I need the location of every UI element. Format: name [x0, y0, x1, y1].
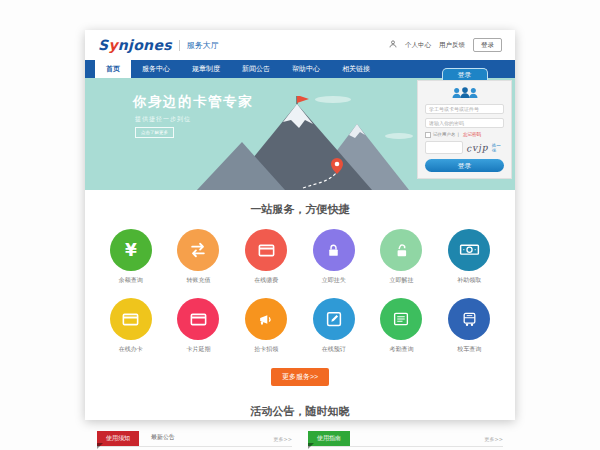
service-label: 校车查询	[435, 345, 503, 354]
mountain-illustration	[197, 96, 409, 190]
more-guides-link[interactable]: 更多>>	[485, 436, 503, 446]
nav-help-center[interactable]: 帮助中心	[281, 60, 331, 78]
nav-related-links[interactable]: 相关链接	[331, 60, 381, 78]
service-school-bus-inquiry[interactable]: 校车查询	[435, 298, 503, 354]
services-section: 一站服务，方便快捷 ¥ 余额查询 转账充值 在线缴费	[85, 190, 515, 396]
guide-panel: 使用指南 更多>>	[308, 431, 503, 447]
hero-subtitle: 提供捷径一步到位	[135, 115, 191, 124]
list-icon	[380, 298, 422, 340]
logo-text: S	[98, 37, 108, 53]
services-grid: ¥ 余额查询 转账充值 在线缴费 立即挂失	[85, 229, 515, 354]
username-input[interactable]	[425, 104, 504, 114]
portal-name: 服务大厅	[179, 40, 219, 51]
announcements-section: 活动公告，随时知晓 使用须知 最新公告 更多>> 使用指南 更多>>	[85, 404, 515, 450]
service-apply-card[interactable]: 在线办卡	[97, 298, 165, 354]
service-label: 立即挂失	[300, 276, 368, 285]
service-label: 转账充值	[165, 276, 233, 285]
service-label: 补助领取	[435, 276, 503, 285]
service-label: 在线预订	[300, 345, 368, 354]
megaphone-icon	[245, 298, 287, 340]
service-report-loss[interactable]: 立即挂失	[300, 229, 368, 285]
remember-checkbox[interactable]	[425, 132, 431, 138]
captcha-refresh-link[interactable]: 换一张	[492, 143, 504, 153]
service-label: 拾卡招领	[232, 345, 300, 354]
users-icon	[425, 85, 504, 100]
password-input[interactable]	[425, 118, 504, 128]
login-panel: 登录 记住用户名 | 忘记密码 cvjp 换一张 登录	[417, 68, 512, 179]
service-label: 立即解挂	[368, 276, 436, 285]
logo-arrow-mark: y	[108, 37, 117, 53]
divider: |	[458, 132, 460, 137]
card-icon	[110, 298, 152, 340]
tab-usage-notice[interactable]: 使用须知	[97, 431, 139, 446]
personal-center-link[interactable]: 个人中心	[405, 41, 431, 50]
nav-rules[interactable]: 规章制度	[181, 60, 231, 78]
forgot-password-link[interactable]: 忘记密码	[463, 132, 481, 137]
service-balance-inquiry[interactable]: ¥ 余额查询	[97, 229, 165, 285]
site-header: Synjones 服务大厅 个人中心 用户反馈 登录	[85, 30, 515, 60]
unlock-icon	[380, 229, 422, 271]
card-icon	[177, 298, 219, 340]
service-transfer-recharge[interactable]: 转账充值	[165, 229, 233, 285]
service-online-booking[interactable]: 在线预订	[300, 298, 368, 354]
announcements-title: 活动公告，随时知晓	[85, 404, 515, 419]
service-unfreeze[interactable]: 立即解挂	[368, 229, 436, 285]
service-label: 在线办卡	[97, 345, 165, 354]
header-login-button[interactable]: 登录	[473, 38, 502, 52]
login-form: 记住用户名 | 忘记密码 cvjp 换一张 登录	[417, 80, 512, 179]
bus-icon	[448, 298, 490, 340]
remember-label: 记住用户名	[433, 132, 456, 137]
hero-cta-button[interactable]: 点击了解更多	[135, 127, 174, 138]
nav-news[interactable]: 新闻公告	[231, 60, 281, 78]
banknote-icon	[448, 229, 490, 271]
tab-usage-guide[interactable]: 使用指南	[308, 431, 350, 446]
header-links: 个人中心 用户反馈 登录	[389, 38, 502, 52]
hero-banner: 你身边的卡管专家 提供捷径一步到位 点击了解更多 登录	[85, 78, 515, 190]
transfer-icon	[177, 229, 219, 271]
service-label: 卡片延期	[165, 345, 233, 354]
yuan-icon: ¥	[110, 229, 152, 271]
service-label: 余额查询	[97, 276, 165, 285]
nav-service-center[interactable]: 服务中心	[131, 60, 181, 78]
service-found-card-claim[interactable]: 拾卡招领	[232, 298, 300, 354]
edit-icon	[313, 298, 355, 340]
more-notices-link[interactable]: 更多>>	[274, 436, 292, 446]
nav-home[interactable]: 首页	[95, 60, 131, 78]
login-tab[interactable]: 登录	[442, 68, 488, 80]
service-attendance-inquiry[interactable]: 考勤查询	[368, 298, 436, 354]
person-icon	[389, 40, 397, 50]
tab-latest-announcements[interactable]: 最新公告	[151, 433, 175, 446]
captcha-input[interactable]	[425, 141, 463, 154]
services-title: 一站服务，方便快捷	[85, 202, 515, 217]
logo-text-rest: njones	[118, 37, 172, 53]
service-label: 考勤查询	[368, 345, 436, 354]
service-card-renewal[interactable]: 卡片延期	[165, 298, 233, 354]
lock-icon	[313, 229, 355, 271]
logo: Synjones	[98, 38, 172, 52]
captcha-image: cvjp	[466, 142, 489, 154]
service-subsidy-collection[interactable]: 补助领取	[435, 229, 503, 285]
service-online-payment[interactable]: 在线缴费	[232, 229, 300, 285]
feedback-link[interactable]: 用户反馈	[439, 41, 465, 50]
service-label: 在线缴费	[232, 276, 300, 285]
more-services-button[interactable]: 更多服务>>	[271, 368, 329, 386]
card-icon	[245, 229, 287, 271]
login-submit-button[interactable]: 登录	[425, 159, 504, 172]
website-window: Synjones 服务大厅 个人中心 用户反馈 登录 首页 服务中心 规章制度 …	[85, 30, 515, 420]
notice-panel: 使用须知 最新公告 更多>>	[97, 431, 292, 447]
